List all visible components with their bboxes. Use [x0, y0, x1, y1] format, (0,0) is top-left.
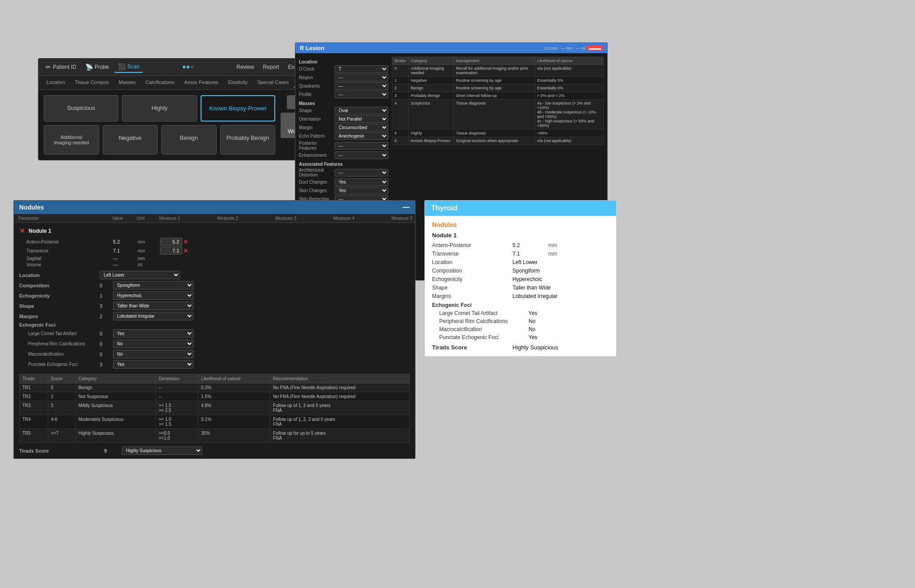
lesion-quadrants-row: Quadrants ---: [299, 82, 388, 90]
thyroid-composition-value: Spongiform: [512, 268, 609, 274]
ap-measure1: ✕: [160, 238, 218, 246]
thyroid-punctate-row: Punctate Echogenic Foci Yes: [432, 334, 609, 340]
score-highly[interactable]: Highly: [122, 95, 197, 122]
nav-probe[interactable]: 📡 Probe: [82, 62, 113, 72]
tab-tissue[interactable]: Tissue Compos: [71, 78, 113, 88]
macrocalc-select[interactable]: No: [113, 350, 193, 358]
large-comet-select[interactable]: Yes: [113, 329, 193, 338]
tab-special[interactable]: Special Cases: [253, 78, 293, 88]
tirads-tr5-dim: >=0.5>=1.0: [155, 429, 198, 443]
birads-mgmt-5: Tissue diagnosis: [453, 130, 535, 137]
nav-report[interactable]: Report: [260, 62, 283, 72]
birads-mgmt-4: Tissue diagnosis: [453, 100, 535, 130]
lesion-header-values: 2.0 mm — mm — ml: [544, 46, 585, 50]
score-suspicious[interactable]: Suspicious: [44, 95, 118, 122]
tirads-col-score: Score: [48, 374, 76, 383]
sagittal-label: Sagittal: [19, 256, 91, 261]
shape-select[interactable]: Taller than Wide: [113, 302, 193, 310]
tirads-score-select[interactable]: Highly Suspicious: [122, 446, 202, 455]
score-benign[interactable]: Benign: [161, 125, 217, 155]
lesion-region-select[interactable]: ---: [335, 74, 388, 81]
macrocalc-num: 0: [100, 352, 113, 357]
thyroid-tirads-row: Tirads Score Highly Suspicious: [432, 344, 609, 351]
lesion-skin-changes-select[interactable]: Yes: [335, 187, 388, 194]
echogenicity-num: 1: [100, 293, 113, 298]
tirads-tr4-rec: Follow up of 1, 2, 3 and 5 yearsFNA: [270, 415, 410, 429]
thyroid-macrocalc-label: Macrocalcification: [439, 326, 529, 332]
birads-mgmt-6: Surgical excision when appropriate: [453, 137, 535, 145]
nodules-body: ✕ Nodule 1 Antero-Posterior 5.2 mm ✕ Tra…: [14, 223, 415, 458]
tab-bar: Location Tissue Compos Masses Calcificat…: [38, 76, 328, 90]
peripheral-rim-select[interactable]: No: [113, 340, 193, 348]
lesion-duct-select[interactable]: Yes: [335, 178, 388, 186]
tab-elasticity[interactable]: Elasticity: [224, 78, 252, 88]
birads-like-2: Essentially 0%: [535, 84, 604, 92]
thyroid-location-row: Location Left Lower: [432, 259, 609, 265]
lesion-arch-select[interactable]: ---: [335, 169, 388, 176]
margins-select[interactable]: Lobulated Irregular: [113, 312, 193, 320]
lesion-orientation-select[interactable]: Not Parallel: [335, 115, 388, 123]
lesion-quadrants-select[interactable]: ---: [335, 82, 388, 90]
pencil-icon: ✏: [46, 63, 51, 71]
lesion-posterior-select[interactable]: ---: [335, 142, 388, 150]
lesion-profile-select[interactable]: ---: [335, 91, 388, 98]
tab-calcifications[interactable]: Calcifications: [141, 78, 179, 88]
score-bottom-row: AdditionalImaging needed Negative Benign…: [44, 125, 275, 155]
nav-review[interactable]: Review: [233, 62, 257, 72]
tirads-table-container: Tirads Score Category Dimension Likeliho…: [19, 374, 410, 443]
ap-measure1-input[interactable]: [160, 238, 182, 246]
location-select-row: Location Left Lower: [19, 271, 410, 279]
lesion-shape-select[interactable]: Oval: [335, 107, 388, 114]
lesion-title: R Lesion: [300, 45, 324, 51]
lesion-echo-pattern-row: Echo Pattern Anechogenic: [299, 132, 388, 140]
thyroid-transverse-value: 7.1: [512, 251, 548, 257]
echogenic-foci-header: Echogenic Foci: [19, 322, 100, 328]
lesion-echo-pattern-select[interactable]: Anechogenic: [335, 132, 388, 140]
score-known-biopsy[interactable]: Known Biopsy-Proven: [201, 95, 275, 122]
transverse-measure1-input[interactable]: [160, 247, 182, 255]
tirads-col-category: Category: [76, 374, 155, 383]
birads-cat-1: Negative: [408, 77, 453, 84]
thyroid-ap-value: 5.2: [512, 242, 548, 248]
punctate-select[interactable]: Yes: [113, 360, 193, 369]
tirads-score-num: 9: [104, 448, 118, 454]
tab-location[interactable]: Location: [42, 78, 70, 88]
composition-select-row: Composition 0 Spongiform: [19, 281, 410, 290]
composition-select[interactable]: Spongiform: [113, 281, 193, 290]
tirads-tr1-like: 0.3%: [198, 383, 270, 392]
location-select[interactable]: Left Lower: [100, 271, 180, 279]
lesion-oclock-select[interactable]: 7: [335, 65, 388, 73]
score-additional[interactable]: AdditionalImaging needed: [44, 125, 99, 155]
birads-num-1: 1: [392, 77, 409, 84]
nav-probe-label: Probe: [95, 64, 109, 70]
score-probably-benign[interactable]: Probably Benign: [220, 125, 276, 155]
tirads-tr5-cat: Highly Suspicious: [76, 429, 155, 443]
nodule1-remove-icon[interactable]: ✕: [19, 227, 25, 235]
transverse-clear-icon[interactable]: ✕: [183, 247, 189, 254]
tirads-score-label: Tirads Score: [19, 448, 100, 454]
lesion-warning: ▬▬▬: [587, 46, 603, 51]
thyroid-echogenic-section: Echogenic Foci: [432, 302, 609, 308]
score-negative[interactable]: Negative: [103, 125, 158, 155]
nav-patient-id[interactable]: ✏ Patient ID: [42, 62, 80, 72]
punctate-row: Punctate Echogenic Foci 3 Yes: [19, 360, 410, 369]
nodules-collapse-icon[interactable]: —: [403, 203, 410, 211]
ap-clear-icon[interactable]: ✕: [183, 238, 189, 245]
lesion-enhancement-label: Enhancement: [299, 153, 335, 158]
tab-assoc[interactable]: Assoc Features: [180, 78, 222, 88]
shape-select-label: Shape: [19, 303, 100, 309]
echogenicity-select[interactable]: Hyperechoic: [113, 291, 193, 300]
thyroid-transverse-label: Transverse: [432, 251, 512, 257]
lesion-posterior-row: Posterior Features ---: [299, 141, 388, 151]
thyroid-shape-row: Shape Taller than Wide: [432, 285, 609, 291]
tirads-row-tr1: TR1 0 Benign -- 0.3% No FNA (Fine Needle…: [20, 383, 410, 392]
thyroid-location-label: Location: [432, 259, 512, 265]
ap-value: 5.2: [113, 239, 135, 244]
nav-scan[interactable]: ⬛ Scan: [114, 61, 143, 73]
birads-table: Birads Category Management Likelihood of…: [392, 57, 604, 145]
lesion-enhancement-select[interactable]: ---: [335, 151, 388, 159]
lesion-profile-label: Profile: [299, 92, 335, 97]
lesion-margin-select[interactable]: Circumscribed: [335, 124, 388, 131]
tab-masses[interactable]: Masses: [114, 78, 140, 88]
birads-cat-6: Known Biopsy-Proven: [408, 137, 453, 145]
